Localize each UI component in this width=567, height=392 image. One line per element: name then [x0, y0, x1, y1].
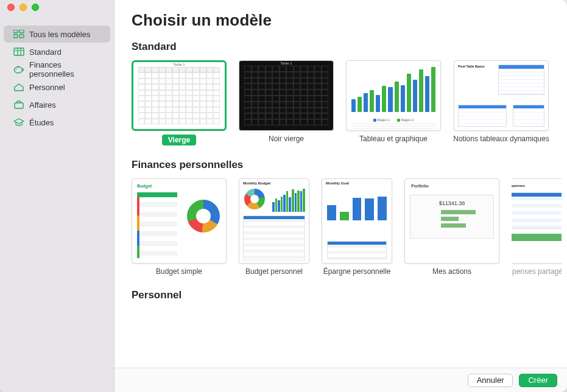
section-title-personnel: Personnel: [132, 289, 567, 301]
sidebar-item-label: Études: [29, 118, 54, 127]
main-panel: Choisir un modèle Standard Table 1: [114, 0, 567, 392]
template-label: Vierge: [162, 135, 196, 145]
template-budget-simple[interactable]: Budget Budget simple: [132, 178, 227, 276]
template-thumbnail: Monthly Goal: [322, 178, 392, 264]
template-label: Tableau et graphique: [359, 135, 428, 143]
table-icon: [13, 47, 24, 56]
sidebar-item-label: Finances personnelles: [29, 60, 104, 79]
zoom-icon[interactable]: [32, 4, 39, 11]
svg-rect-0: [13, 30, 18, 33]
sidebar-item-personnel[interactable]: Personnel: [4, 79, 110, 96]
svg-point-9: [16, 69, 17, 70]
template-pivot[interactable]: Pivot Table Basics Notions tableaux dyna…: [453, 60, 549, 145]
graduation-cap-icon: [13, 118, 24, 127]
template-budget-perso[interactable]: Monthly Budget: [239, 178, 309, 276]
svg-rect-10: [15, 103, 23, 108]
template-label: Épargne personnelle: [323, 267, 391, 276]
template-chart[interactable]: Region 1 Region 2 Tableau et graphique: [346, 60, 441, 145]
template-actions[interactable]: Portfolio $11341.38 Mes actions: [404, 178, 499, 276]
template-label: Mes actions: [432, 267, 471, 276]
sidebar-item-label: Personnel: [29, 83, 65, 92]
svg-rect-3: [19, 35, 24, 38]
svg-rect-4: [14, 48, 24, 55]
minimize-icon[interactable]: [19, 4, 27, 11]
template-thumbnail: Budget: [132, 178, 227, 264]
template-thumbnail: Region 1 Region 2: [346, 60, 441, 131]
page-title: Choisir un modèle: [132, 11, 567, 30]
sidebar-item-affaires[interactable]: Affaires: [4, 96, 110, 113]
svg-rect-2: [13, 35, 18, 38]
templates-row-standard: Table 1: [132, 60, 567, 145]
cancel-button[interactable]: Annuler: [468, 374, 513, 387]
sidebar-item-etudes[interactable]: Études: [4, 114, 110, 131]
sidebar: Tous les modèles Standard Finances perso…: [0, 0, 114, 392]
templates-row-finances: Budget Budget simple Monthly Budget: [132, 178, 567, 276]
sidebar-item-label: Standard: [29, 47, 62, 57]
template-blank-dark[interactable]: Table 1: [239, 60, 334, 145]
window-titlebar: [0, 0, 39, 15]
svg-rect-1: [19, 30, 24, 33]
templates-scroll-area[interactable]: Choisir un modèle Standard Table 1: [114, 0, 567, 368]
sidebar-item-all[interactable]: Tous les modèles: [4, 26, 110, 43]
section-title-standard: Standard: [132, 41, 567, 53]
template-epargne[interactable]: Monthly Goal Épargne personnelle: [322, 178, 392, 276]
svg-point-8: [15, 67, 23, 73]
template-thumbnail: Table 1: [132, 60, 227, 131]
sidebar-item-standard[interactable]: Standard: [4, 43, 110, 60]
close-icon[interactable]: [7, 4, 15, 11]
house-icon: [13, 83, 24, 91]
footer-bar: Annuler Créer: [114, 368, 567, 392]
sidebar-item-label: Affaires: [29, 100, 56, 110]
template-label: Budget simple: [156, 267, 202, 276]
template-label: Notions tableaux dynamiques: [453, 135, 549, 143]
template-thumbnail: Pivot Table Basics: [454, 60, 549, 131]
template-thumbnail: Monthly Budget: [239, 178, 309, 264]
template-label: Budget personnel: [245, 267, 303, 276]
grid-icon: [13, 30, 24, 38]
template-thumbnail: Shared Expenses: [512, 178, 562, 264]
sidebar-item-label: Tous les modèles: [29, 30, 90, 39]
template-depenses[interactable]: Shared Expenses Dépenses partagées: [512, 178, 562, 276]
briefcase-icon: [13, 100, 24, 109]
sidebar-item-finances[interactable]: Finances personnelles: [4, 61, 110, 78]
template-chooser-window: Tous les modèles Standard Finances perso…: [0, 0, 567, 392]
template-thumbnail: Portfolio $11341.38: [404, 178, 499, 264]
template-blank[interactable]: Table 1: [132, 60, 227, 145]
piggy-bank-icon: [13, 65, 24, 74]
template-label: Noir vierge: [269, 135, 304, 143]
template-thumbnail: Table 1: [239, 60, 334, 131]
template-label: Dépenses partagées: [512, 267, 562, 276]
create-button[interactable]: Créer: [519, 374, 557, 387]
section-title-finances: Finances personnelles: [132, 159, 567, 171]
